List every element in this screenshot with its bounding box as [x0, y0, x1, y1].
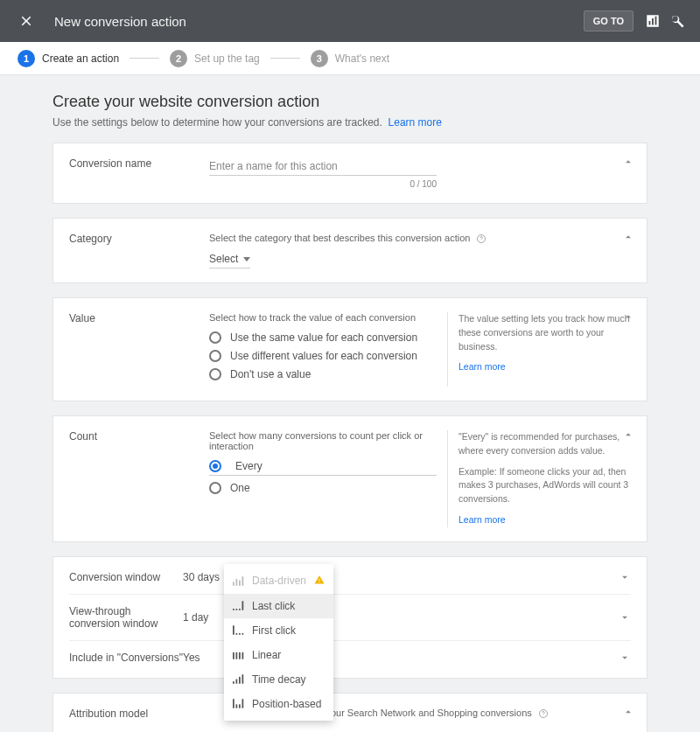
attribution-model-menu: Data-driven Last click First click Linea… [224, 564, 333, 721]
page-title: Create your website conversion action [52, 93, 648, 111]
step-3[interactable]: 3 What's next [311, 50, 389, 67]
attribution-label: Attribution model [69, 708, 209, 720]
svg-rect-6 [239, 580, 241, 585]
chevron-up-icon[interactable] [622, 429, 634, 441]
svg-rect-1 [652, 18, 654, 25]
help-icon[interactable] [538, 708, 549, 719]
help-icon[interactable] [476, 234, 486, 244]
count-opt-one[interactable]: One [209, 482, 437, 494]
svg-rect-21 [236, 680, 238, 684]
category-select[interactable]: Select [209, 253, 250, 268]
char-counter: 0 / 100 [209, 179, 437, 189]
count-side-note: "Every" is recommended for purchases, wh… [447, 430, 631, 527]
svg-rect-7 [242, 576, 244, 586]
view-through-row[interactable]: View-through conversion window 1 day [69, 594, 631, 640]
count-card: Count Select how many conversions to cou… [52, 415, 648, 542]
conversion-name-card: Conversion name 0 / 100 [52, 143, 648, 204]
bars-icon [233, 576, 245, 586]
warning-icon [314, 575, 325, 588]
bars-icon [233, 601, 245, 610]
bars-icon [233, 674, 245, 684]
svg-rect-0 [649, 21, 651, 25]
svg-rect-25 [236, 704, 238, 708]
svg-rect-14 [239, 633, 241, 635]
svg-rect-11 [242, 601, 244, 610]
page-subtitle: Use the settings below to determine how … [52, 116, 648, 129]
bars-icon [233, 699, 245, 708]
svg-rect-4 [233, 582, 234, 585]
svg-rect-9 [236, 609, 238, 610]
value-opt-different[interactable]: Use different values for each conversion [209, 350, 437, 362]
category-card: Category Select the category that best d… [52, 218, 648, 283]
chevron-down-icon [619, 652, 631, 664]
appbar-title: New conversion action [54, 14, 186, 29]
count-opt-every[interactable]: Every [209, 460, 437, 476]
reports-icon[interactable] [640, 9, 665, 33]
svg-rect-23 [242, 674, 244, 684]
svg-rect-18 [239, 652, 241, 659]
stepper: 1 Create an action 2 Set up the tag 3 Wh… [0, 42, 700, 75]
include-conversions-row[interactable]: Include in "Conversions" Yes [69, 640, 631, 674]
svg-rect-5 [236, 578, 238, 585]
svg-rect-15 [242, 633, 244, 635]
learn-more-link[interactable]: Learn more [458, 360, 631, 374]
step-1[interactable]: 1 Create an action [18, 50, 119, 67]
chevron-up-icon[interactable] [622, 310, 634, 323]
svg-rect-22 [239, 677, 241, 684]
value-side-note: The value setting lets you track how muc… [447, 312, 631, 387]
dropdown-icon [243, 257, 250, 261]
svg-rect-16 [233, 652, 234, 659]
chevron-down-icon [619, 611, 631, 624]
chevron-down-icon [619, 571, 631, 583]
svg-rect-27 [242, 699, 244, 708]
attribution-model-card: Attribution model l for your Search Netw… [52, 693, 648, 732]
step-connector [270, 58, 300, 59]
value-card: Value Select how to track the value of e… [52, 297, 648, 401]
goto-button[interactable]: GO TO [584, 10, 634, 31]
svg-rect-13 [236, 633, 238, 635]
menu-item-last-click[interactable]: Last click [224, 594, 333, 618]
learn-more-link[interactable]: Learn more [458, 513, 631, 527]
chevron-up-icon[interactable] [622, 706, 634, 718]
svg-rect-24 [233, 699, 234, 708]
close-icon[interactable] [14, 9, 38, 33]
svg-rect-26 [239, 704, 241, 708]
category-label: Category [69, 233, 209, 245]
chevron-up-icon[interactable] [622, 156, 634, 168]
svg-rect-12 [233, 625, 234, 635]
svg-rect-2 [655, 17, 657, 25]
conversion-name-label: Conversion name [69, 157, 209, 170]
count-label: Count [69, 430, 209, 443]
value-label: Value [69, 312, 209, 324]
menu-item-linear[interactable]: Linear [224, 643, 333, 667]
conversion-name-input[interactable] [209, 157, 437, 176]
bars-icon [233, 650, 245, 659]
appbar: New conversion action GO TO [0, 0, 700, 42]
svg-rect-20 [233, 681, 234, 684]
value-opt-same[interactable]: Use the same value for each conversion [209, 331, 437, 344]
conversion-window-row[interactable]: Conversion window 30 days [69, 561, 631, 594]
svg-rect-19 [242, 652, 244, 659]
svg-rect-8 [233, 609, 234, 610]
svg-rect-17 [236, 652, 238, 659]
tools-icon[interactable] [665, 9, 690, 33]
menu-item-position-based[interactable]: Position-based [224, 692, 333, 716]
menu-item-first-click[interactable]: First click [224, 618, 333, 643]
compact-settings-card: Conversion window 30 days View-through c… [52, 556, 648, 679]
step-connector [130, 58, 159, 59]
value-opt-none[interactable]: Don't use a value [209, 368, 437, 380]
bars-icon [233, 625, 245, 635]
svg-rect-10 [239, 609, 241, 610]
menu-item-time-decay[interactable]: Time decay [224, 667, 333, 692]
chevron-up-icon[interactable] [622, 231, 634, 243]
menu-item-data-driven[interactable]: Data-driven [224, 568, 333, 594]
step-2[interactable]: 2 Set up the tag [170, 50, 260, 67]
learn-more-link[interactable]: Learn more [388, 116, 442, 129]
